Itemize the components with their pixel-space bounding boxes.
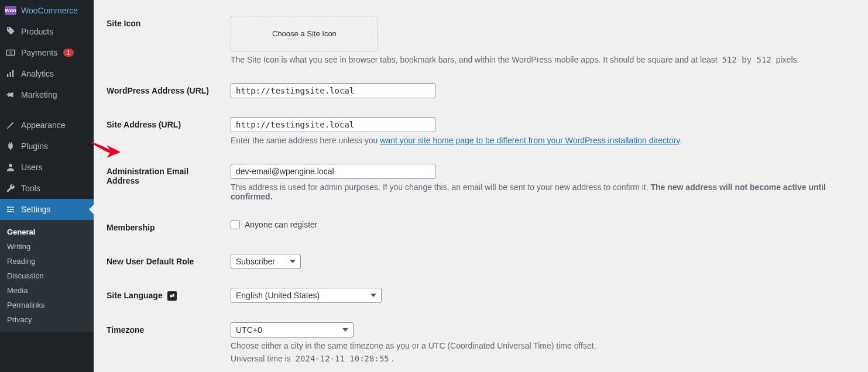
- sidebar-item-label: Analytics: [21, 69, 54, 78]
- settings-general-content: Site Icon Choose a Site Icon The Site Ic…: [94, 0, 868, 372]
- default-role-label: New User Default Role: [107, 245, 224, 278]
- sidebar-item-appearance[interactable]: Appearance: [0, 115, 94, 136]
- submenu-item-general[interactable]: General: [0, 225, 94, 239]
- sidebar-item-marketing[interactable]: Marketing: [0, 84, 94, 105]
- tag-icon: [5, 26, 16, 37]
- submenu-item-media[interactable]: Media: [0, 283, 94, 298]
- sidebar-item-payments[interactable]: $ Payments 1: [0, 42, 94, 63]
- sidebar-item-analytics[interactable]: Analytics: [0, 63, 94, 84]
- sidebar-item-label: Marketing: [21, 90, 57, 99]
- sidebar-item-label: Payments: [21, 48, 57, 57]
- site-language-select[interactable]: English (United States): [231, 288, 382, 303]
- membership-label: Membership: [107, 211, 224, 244]
- sliders-icon: [5, 204, 16, 215]
- sidebar-item-label: Users: [21, 163, 43, 172]
- timezone-select[interactable]: UTC+0: [231, 322, 354, 337]
- brush-icon: [5, 119, 16, 131]
- site-icon-label: Site Icon: [107, 7, 224, 73]
- admin-email-input[interactable]: [231, 164, 435, 179]
- wp-address-label: WordPress Address (URL): [107, 74, 224, 107]
- user-icon: [5, 161, 16, 173]
- submenu-item-permalinks[interactable]: Permalinks: [0, 298, 94, 312]
- site-icon-description: The Site Icon is what you see in browser…: [231, 55, 849, 64]
- svg-rect-4: [12, 70, 13, 77]
- sidebar-item-products[interactable]: Products: [0, 21, 94, 42]
- submenu-item-writing[interactable]: Writing: [0, 239, 94, 254]
- universal-time-description: Universal time is 2024-12-11 10:28:55.: [231, 354, 849, 363]
- timezone-label: Timezone: [107, 314, 224, 372]
- payments-icon: $: [5, 47, 16, 58]
- wrench-icon: [5, 182, 16, 194]
- site-address-input[interactable]: [231, 117, 435, 132]
- megaphone-icon: [5, 89, 16, 101]
- site-address-help-link[interactable]: want your site home page to be different…: [380, 136, 680, 145]
- sidebar-item-label: Settings: [21, 205, 51, 214]
- sidebar-item-label: Appearance: [21, 120, 66, 130]
- sidebar-item-settings[interactable]: Settings: [0, 199, 94, 220]
- sidebar-item-label: WooCommerce: [21, 6, 78, 15]
- sidebar-item-plugins[interactable]: Plugins: [0, 136, 94, 157]
- sidebar-item-woocommerce[interactable]: Woo WooCommerce: [0, 0, 94, 21]
- admin-email-label: Administration Email Address: [107, 155, 224, 210]
- svg-text:$: $: [9, 50, 12, 56]
- sidebar-item-label: Tools: [21, 184, 40, 193]
- membership-checkbox-wrap[interactable]: Anyone can register: [231, 220, 849, 229]
- submenu-item-privacy[interactable]: Privacy: [0, 312, 94, 327]
- admin-sidebar: Woo WooCommerce Products $ Payments 1 An…: [0, 0, 94, 372]
- submenu-item-reading[interactable]: Reading: [0, 254, 94, 268]
- site-address-label: Site Address (URL): [107, 108, 224, 154]
- sidebar-item-label: Products: [21, 27, 53, 36]
- admin-email-description: This address is used for admin purposes.…: [231, 182, 849, 201]
- choose-site-icon-button[interactable]: Choose a Site Icon: [231, 16, 378, 51]
- plug-icon: [5, 140, 16, 152]
- svg-rect-3: [10, 72, 11, 77]
- anyone-can-register-checkbox[interactable]: [231, 220, 240, 229]
- default-role-select[interactable]: Subscriber: [231, 254, 301, 269]
- sidebar-item-tools[interactable]: Tools: [0, 178, 94, 199]
- svg-rect-2: [7, 74, 8, 77]
- svg-point-5: [9, 164, 12, 167]
- analytics-icon: [5, 68, 16, 80]
- site-address-description: Enter the same address here unless you w…: [231, 136, 849, 145]
- site-language-label: Site Language ⇄: [107, 279, 224, 312]
- timezone-description: Choose either a city in the same timezon…: [231, 341, 849, 350]
- translate-icon: ⇄: [167, 291, 177, 301]
- membership-checkbox-label: Anyone can register: [245, 220, 318, 229]
- woocommerce-icon: Woo: [5, 5, 16, 16]
- settings-submenu: General Writing Reading Discussion Media…: [0, 220, 94, 332]
- notification-badge: 1: [63, 49, 74, 57]
- submenu-item-discussion[interactable]: Discussion: [0, 268, 94, 283]
- sidebar-item-label: Plugins: [21, 142, 48, 151]
- sidebar-item-users[interactable]: Users: [0, 157, 94, 178]
- wp-address-input[interactable]: [231, 83, 435, 98]
